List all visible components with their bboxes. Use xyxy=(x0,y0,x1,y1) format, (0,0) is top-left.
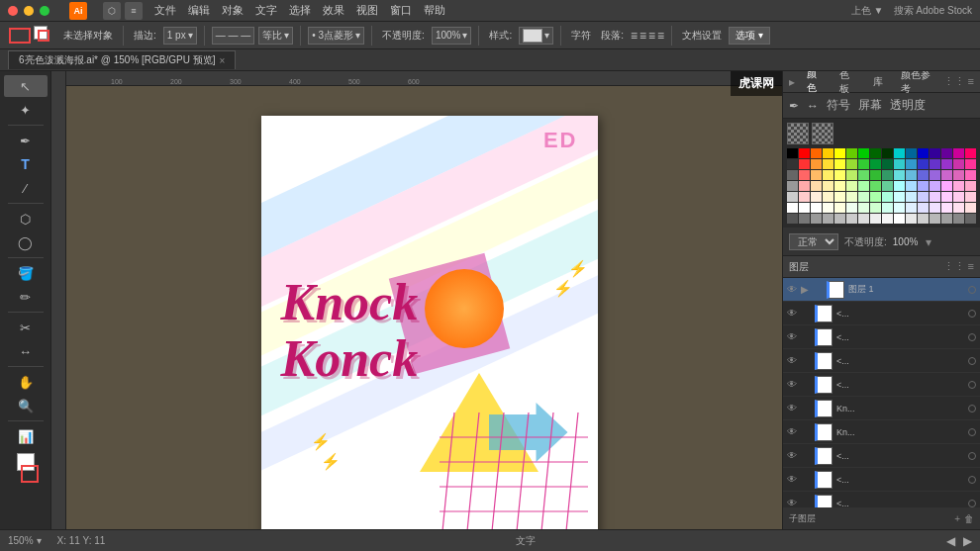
library-tab[interactable]: 库 xyxy=(867,73,889,91)
color-swatch-3-4[interactable] xyxy=(834,181,845,191)
color-swatch-3-5[interactable] xyxy=(846,181,857,191)
layer-eye-0[interactable]: 👁 xyxy=(787,284,797,295)
color-swatch-2-6[interactable] xyxy=(858,170,869,180)
color-swatch-0-2[interactable] xyxy=(811,148,822,158)
close-button[interactable] xyxy=(8,6,18,16)
color-swatch-6-6[interactable] xyxy=(858,214,869,224)
color-swatch-3-10[interactable] xyxy=(906,181,917,191)
layer-item-7[interactable]: 👁 <... xyxy=(783,444,980,468)
ellipse-tool[interactable]: ◯ xyxy=(4,231,48,253)
align-justify-icon[interactable]: ≡ xyxy=(657,29,664,43)
color-swatch-1-14[interactable] xyxy=(953,159,964,169)
color-swatch-1-6[interactable] xyxy=(858,159,869,169)
layer-eye-9[interactable]: 👁 xyxy=(787,498,797,507)
doc-settings-label[interactable]: 文档设置 xyxy=(679,25,725,46)
style-dropdown[interactable]: ▾ xyxy=(519,27,553,45)
align-right-icon[interactable]: ≡ xyxy=(648,29,655,43)
color-swatch-0-15[interactable] xyxy=(965,148,976,158)
layer-circle-2[interactable] xyxy=(968,333,976,341)
color-swatch-0-1[interactable] xyxy=(799,148,810,158)
layer-circle-6[interactable] xyxy=(968,428,976,436)
layer-item-4[interactable]: 👁 <... xyxy=(783,373,980,397)
color-swatch-3-3[interactable] xyxy=(823,181,833,191)
color-swatch-4-2[interactable] xyxy=(811,192,822,202)
color-swatch-4-15[interactable] xyxy=(965,192,976,202)
scale-tool[interactable]: ↔ xyxy=(4,340,48,362)
color-swatch-0-14[interactable] xyxy=(953,148,964,158)
color-swatch-4-14[interactable] xyxy=(953,192,964,202)
delete-layer-icon[interactable]: 🗑 xyxy=(964,513,974,524)
color-swatch-2-9[interactable] xyxy=(894,170,905,180)
close-tab-icon[interactable]: × xyxy=(220,55,226,66)
layers-menu-icon[interactable]: ⋮⋮ xyxy=(943,260,965,273)
color-swatch-0-3[interactable] xyxy=(823,148,833,158)
eyedropper-tool[interactable]: ✏ xyxy=(4,286,48,308)
color-swatch-1-3[interactable] xyxy=(823,159,833,169)
color-swatch-2-2[interactable] xyxy=(811,170,822,180)
search-stock-label[interactable]: 搜索 Adobe Stock xyxy=(894,4,972,18)
color-swatch-5-4[interactable] xyxy=(834,203,845,213)
color-swatch-6-0[interactable] xyxy=(787,214,798,224)
color-swatch-3-6[interactable] xyxy=(858,181,869,191)
color-swatch-0-5[interactable] xyxy=(846,148,857,158)
canvas-area[interactable]: 100 200 300 400 500 600 xyxy=(51,71,782,529)
color-swatch-0-10[interactable] xyxy=(906,148,917,158)
layer-item-0[interactable]: 👁 ▶ 图层 1 xyxy=(783,278,980,302)
layer-expand-0[interactable]: ▶ xyxy=(801,284,809,295)
opacity-dropdown[interactable]: 100% ▾ xyxy=(432,27,472,45)
color-swatch-4-13[interactable] xyxy=(941,192,952,202)
menu-text[interactable]: 文字 xyxy=(255,3,277,18)
menu-edit[interactable]: 编辑 xyxy=(188,3,210,18)
color-swatch-2-4[interactable] xyxy=(834,170,845,180)
direct-select-tool[interactable]: ✦ xyxy=(4,99,48,121)
color-swatch-1-13[interactable] xyxy=(941,159,952,169)
icon-box-2[interactable]: ≡ xyxy=(125,2,143,20)
blend-mode-select[interactable]: 正常 xyxy=(789,233,838,250)
draw-tool-btn[interactable]: ✒ xyxy=(787,97,801,115)
color-swatch-5-1[interactable] xyxy=(799,203,810,213)
color-swatch-6-11[interactable] xyxy=(918,214,929,224)
color-swatch-2-0[interactable] xyxy=(787,170,798,180)
color-swatch-1-11[interactable] xyxy=(918,159,929,169)
color-swatch-5-3[interactable] xyxy=(823,203,833,213)
color-indicator-checker2[interactable] xyxy=(812,123,833,144)
color-swatch-2-11[interactable] xyxy=(918,170,929,180)
color-swatch-5-15[interactable] xyxy=(965,203,976,213)
stroke-color-box[interactable] xyxy=(9,28,31,44)
color-swatch-0-9[interactable] xyxy=(894,148,905,158)
layer-circle-7[interactable] xyxy=(968,452,976,460)
type-tool[interactable]: T xyxy=(4,153,48,175)
color-swatch-4-12[interactable] xyxy=(930,192,940,202)
layer-eye-8[interactable]: 👁 xyxy=(787,474,797,485)
color-swatch-0-6[interactable] xyxy=(858,148,869,158)
paint-bucket-tool[interactable]: 🪣 xyxy=(4,262,48,284)
color-swatch-4-3[interactable] xyxy=(823,192,833,202)
zoom-tool[interactable]: 🔍 xyxy=(4,395,48,416)
color-swatch-1-5[interactable] xyxy=(846,159,857,169)
add-layer-icon[interactable]: + xyxy=(954,513,960,524)
scissors-tool[interactable]: ✂ xyxy=(4,317,48,338)
opacity-strip-btn[interactable]: 透明度 xyxy=(888,95,928,116)
layer-item-9[interactable]: 👁 <... xyxy=(783,492,980,507)
color-swatch-5-6[interactable] xyxy=(858,203,869,213)
layer-eye-4[interactable]: 👁 xyxy=(787,379,797,390)
panel-collapse-icon[interactable]: ▸ xyxy=(789,75,795,89)
layer-circle-9[interactable] xyxy=(968,500,976,507)
color-swatch-6-9[interactable] xyxy=(894,214,905,224)
color-swatch-6-14[interactable] xyxy=(953,214,964,224)
zoom-control[interactable]: 150% ▾ xyxy=(8,535,42,546)
color-swatch-3-11[interactable] xyxy=(918,181,929,191)
color-swatch-1-0[interactable] xyxy=(787,159,798,169)
color-swatch-5-11[interactable] xyxy=(918,203,929,213)
color-swatch-2-7[interactable] xyxy=(870,170,881,180)
color-swatch-0-4[interactable] xyxy=(834,148,845,158)
color-swatch-0-11[interactable] xyxy=(918,148,929,158)
graph-tool[interactable]: 📊 xyxy=(4,425,48,447)
layer-eye-3[interactable]: 👁 xyxy=(787,355,797,366)
color-swatch-0-8[interactable] xyxy=(882,148,893,158)
minimize-button[interactable] xyxy=(24,6,34,16)
color-swatch-2-14[interactable] xyxy=(953,170,964,180)
color-swatch-3-2[interactable] xyxy=(811,181,822,191)
color-swatch-3-7[interactable] xyxy=(870,181,881,191)
layer-circle-8[interactable] xyxy=(968,476,976,484)
